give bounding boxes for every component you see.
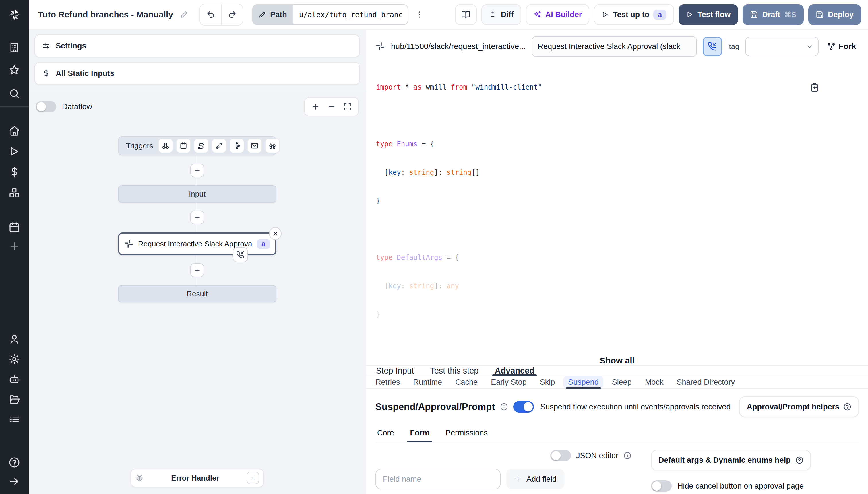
workspace-icon[interactable] — [8, 42, 20, 53]
schedule-trigger-icon[interactable] — [176, 138, 191, 153]
app-sidebar — [0, 0, 29, 494]
webhook-trigger-icon[interactable] — [158, 138, 173, 153]
code-token: from — [451, 83, 467, 91]
settings-gear-icon[interactable] — [8, 354, 20, 365]
show-all-button[interactable]: Show all — [599, 356, 635, 365]
tab-test-this-step[interactable]: Test this step — [429, 366, 479, 376]
subtab-shared-directory[interactable]: Shared Directory — [677, 376, 735, 388]
approval-prompt-helpers-button[interactable]: Approval/Prompt helpers — [739, 397, 859, 417]
copy-code-icon[interactable] — [810, 64, 860, 111]
hide-cancel-row: Hide cancel button on approval page — [651, 480, 811, 492]
dataflow-toggle[interactable] — [36, 101, 56, 112]
variables-icon[interactable] — [8, 166, 20, 178]
flow-settings-button[interactable]: Settings — [34, 34, 360, 57]
subtab-skip[interactable]: Skip — [540, 376, 555, 388]
subtab-early-stop[interactable]: Early Stop — [491, 376, 527, 388]
code-editor[interactable]: import * as wmill from "windmill-client"… — [366, 60, 868, 348]
docs-book-icon[interactable] — [455, 4, 477, 25]
remove-step-icon[interactable] — [269, 227, 282, 240]
resources-icon[interactable] — [8, 187, 20, 198]
test-flow-button[interactable]: Test flow — [679, 4, 738, 25]
subtab-runtime[interactable]: Runtime — [413, 376, 442, 388]
info-icon — [624, 452, 631, 460]
suspend-toggle[interactable] — [513, 401, 534, 413]
expand-sidebar-icon[interactable] — [8, 476, 20, 487]
websocket-trigger-icon[interactable] — [211, 138, 226, 153]
subtab-sleep[interactable]: Sleep — [612, 376, 632, 388]
user-icon[interactable] — [8, 334, 20, 345]
draft-button[interactable]: Draft ⌘S — [742, 4, 804, 25]
subtab-label: Retries — [375, 376, 400, 388]
subtab-retries[interactable]: Retries — [375, 376, 400, 388]
tag-label: tag — [729, 42, 739, 51]
test-up-to-button[interactable]: Test up to a — [594, 4, 674, 25]
runs-icon[interactable] — [8, 146, 20, 157]
subtab-mock[interactable]: Mock — [645, 376, 664, 388]
tag-select[interactable] — [745, 37, 819, 56]
all-static-inputs-label: All Static Inputs — [56, 69, 114, 78]
folders-icon[interactable] — [8, 394, 20, 405]
add-icon[interactable] — [8, 241, 20, 252]
json-editor-toggle[interactable] — [550, 450, 571, 461]
plus-icon — [514, 475, 522, 483]
add-field-button[interactable]: Add field — [506, 469, 565, 489]
tab-form[interactable]: Form — [410, 424, 430, 442]
undo-button[interactable] — [200, 4, 221, 25]
more-options-icon[interactable] — [413, 4, 427, 25]
hide-cancel-toggle[interactable] — [651, 480, 672, 492]
add-error-handler-icon[interactable] — [246, 472, 259, 484]
input-node[interactable]: Input — [118, 185, 276, 203]
diff-button[interactable]: Diff — [481, 4, 521, 25]
fit-view-icon[interactable] — [343, 102, 352, 111]
favorites-icon[interactable] — [8, 64, 20, 76]
path-chip[interactable]: Path — [252, 4, 293, 25]
error-handler-node[interactable]: Error Handler — [131, 469, 264, 487]
slack-approval-step-node[interactable]: Request Interactive Slack Approval (... … — [118, 232, 276, 255]
code-token: * — [401, 83, 413, 91]
default-args-help-button[interactable]: Default args & Dynamic enums help — [651, 450, 811, 471]
insert-step-button[interactable] — [190, 211, 204, 224]
flow-graph-panel: Settings All Static Inputs Dataflow — [29, 30, 366, 494]
search-icon[interactable] — [8, 88, 20, 99]
step-name-input[interactable] — [532, 36, 697, 57]
zoom-in-icon[interactable] — [311, 102, 320, 111]
all-static-inputs-button[interactable]: All Static Inputs — [34, 62, 360, 85]
fork-button[interactable]: Fork — [827, 42, 856, 51]
hub-script-path[interactable]: hub/11500/slack/request_interactive... — [391, 42, 526, 51]
code-token: as — [413, 83, 422, 91]
tab-core[interactable]: Core — [376, 424, 395, 442]
ai-builder-button[interactable]: AI Builder — [526, 4, 590, 25]
insert-step-button[interactable] — [190, 263, 204, 277]
audit-logs-icon[interactable] — [8, 414, 20, 425]
advanced-subtabs: Retries Runtime Cache Early Stop Skip Su… — [366, 376, 868, 389]
postgres-trigger-icon[interactable] — [265, 138, 280, 153]
schedules-icon[interactable] — [8, 222, 20, 233]
home-icon[interactable] — [8, 125, 20, 136]
subtab-label: Shared Directory — [677, 376, 735, 388]
result-node[interactable]: Result — [118, 285, 276, 302]
deploy-button[interactable]: Deploy — [808, 4, 861, 25]
code-token: : — [401, 168, 409, 176]
windmill-logo[interactable] — [0, 0, 29, 30]
path-input[interactable] — [293, 4, 408, 25]
insert-step-button[interactable] — [190, 164, 204, 177]
edit-title-icon[interactable] — [180, 11, 188, 19]
tab-advanced[interactable]: Advanced — [494, 366, 535, 376]
help-icon[interactable] — [8, 457, 20, 468]
email-trigger-icon[interactable] — [247, 138, 262, 153]
zoom-out-icon[interactable] — [327, 102, 336, 111]
ai-builder-label: AI Builder — [546, 10, 582, 19]
redo-button[interactable] — [221, 4, 243, 25]
code-token: ]: — [434, 168, 446, 176]
workers-robot-icon[interactable] — [8, 374, 20, 385]
tab-step-input[interactable]: Step Input — [375, 366, 414, 376]
route-trigger-icon[interactable] — [194, 138, 209, 153]
suspend-indicator-button[interactable] — [703, 37, 722, 56]
subtab-suspend[interactable]: Suspend — [568, 376, 599, 388]
subtab-cache[interactable]: Cache — [455, 376, 478, 388]
code-token: wmill — [422, 83, 451, 91]
triggers-node[interactable]: Triggers — [118, 136, 276, 155]
field-name-input[interactable] — [375, 469, 501, 489]
kafka-trigger-icon[interactable] — [229, 138, 244, 153]
tab-permissions[interactable]: Permissions — [445, 424, 488, 442]
